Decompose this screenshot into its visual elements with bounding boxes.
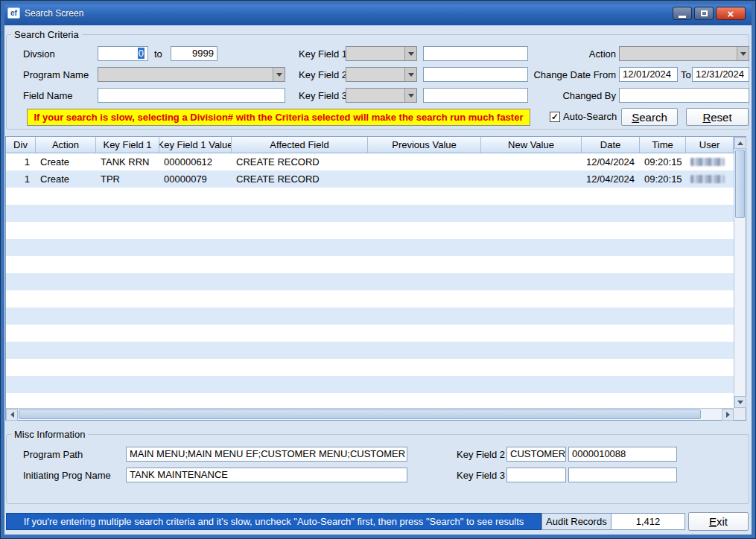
cell-action: Create [36, 170, 96, 188]
table-row-empty [6, 222, 734, 239]
initiating-prog-name-input[interactable]: TANK MAINTENANCE [126, 468, 407, 482]
horizontal-scrollbar[interactable] [6, 408, 734, 420]
key-field-1-select[interactable] [346, 46, 417, 61]
initiating-prog-name-label: Initiating Prog Name [23, 470, 111, 482]
scrollbar-corner [734, 408, 746, 420]
misc-key-field-3-input-1[interactable] [506, 468, 566, 482]
cell-div: 1 [6, 153, 36, 170]
maximize-button[interactable] [694, 7, 714, 20]
vertical-scrollbar[interactable] [734, 137, 746, 408]
table-row-empty [6, 205, 734, 222]
cell-key-field-1: TPR [96, 170, 159, 188]
horizontal-scrollbar-thumb[interactable] [19, 409, 701, 419]
chevron-down-icon [273, 68, 285, 81]
audit-results-grid: Div Action Key Field 1 Key Field 1 Value… [5, 136, 746, 421]
chevron-down-icon [404, 47, 416, 60]
col-header-div[interactable]: Div [6, 137, 36, 153]
maximize-icon [701, 10, 708, 16]
arrow-up-icon [737, 141, 743, 145]
scroll-left-button[interactable] [6, 409, 18, 421]
close-button[interactable]: × [716, 7, 746, 20]
table-row-empty [6, 325, 734, 342]
audit-records-label: Audit Records [541, 513, 612, 530]
cell-new-value [481, 153, 582, 170]
col-header-date[interactable]: Date [582, 137, 640, 153]
program-path-input[interactable]: MAIN MENU;MAIN MENU EF;CUSTOMER MENU;CUS… [126, 447, 407, 462]
col-header-new-value[interactable]: New Value [481, 137, 582, 153]
cell-user [686, 170, 734, 188]
chevron-down-icon [404, 68, 416, 81]
action-select[interactable] [619, 46, 749, 61]
table-row-empty [6, 376, 734, 393]
cell-affected-field: CREATE RECORD [232, 153, 368, 170]
field-name-label: Field Name [23, 90, 72, 102]
changed-by-input[interactable] [619, 88, 749, 103]
division-from-input[interactable]: 0 [98, 46, 148, 61]
table-row-empty [6, 393, 734, 408]
action-label: Action [477, 48, 616, 60]
table-row-empty [6, 359, 734, 376]
change-date-to-input[interactable]: 12/31/2024 [692, 67, 749, 82]
table-row-empty [6, 290, 734, 307]
scroll-up-button[interactable] [734, 137, 746, 149]
cell-new-value [481, 170, 582, 188]
key-field-2-select[interactable] [346, 67, 417, 82]
division-from-value: 0 [138, 48, 144, 59]
auto-search-label: Auto-Search [563, 111, 617, 123]
program-name-label: Program Name [23, 69, 89, 81]
table-row[interactable]: 1 Create TANK RRN 000000612 CREATE RECOR… [6, 153, 734, 170]
search-screen-window: ef Search Screen × Search Criteria Divsi… [0, 0, 756, 539]
cell-previous-value [368, 170, 481, 188]
cell-time: 09:20:15 [640, 153, 686, 170]
window-title: Search Screen [25, 8, 83, 19]
cell-key-field-1-value: 000000612 [159, 153, 232, 170]
auto-search-checkbox[interactable]: ✓ [550, 112, 560, 122]
misc-key-field-2-input-2[interactable]: 0000010088 [568, 447, 677, 462]
change-date-from-input[interactable]: 12/01/2024 [619, 67, 678, 82]
misc-key-field-2-input-1[interactable]: CUSTOMER [506, 447, 566, 462]
cell-key-field-1-value: 00000079 [159, 170, 232, 188]
program-name-select[interactable] [98, 67, 285, 82]
arrow-right-icon [726, 412, 730, 418]
col-header-user[interactable]: User [686, 137, 734, 153]
table-row[interactable]: 1 Create TPR 00000079 CREATE RECORD 12/0… [6, 170, 734, 188]
cell-action: Create [36, 153, 96, 170]
close-icon: × [728, 8, 734, 19]
misc-key-field-3-input-2[interactable] [568, 468, 677, 482]
titlebar: ef Search Screen × [1, 1, 755, 25]
app-icon: ef [7, 7, 20, 19]
key-field-3-label: Key Field 3 [299, 90, 347, 102]
field-name-input[interactable] [98, 88, 285, 103]
key-field-2-label: Key Field 2 [299, 69, 347, 81]
scroll-right-button[interactable] [722, 409, 734, 421]
search-button[interactable]: Search [621, 108, 678, 126]
cell-affected-field: CREATE RECORD [232, 170, 368, 188]
division-to-input[interactable]: 9999 [171, 46, 217, 61]
table-row-empty [6, 273, 734, 290]
table-row-empty [6, 256, 734, 273]
col-header-previous-value[interactable]: Previous Value [368, 137, 481, 153]
arrow-down-icon [737, 401, 743, 404]
reset-button[interactable]: Reset [686, 108, 749, 126]
program-path-label: Program Path [23, 449, 83, 461]
key-field-1-label: Key Field 1 [299, 48, 347, 60]
cell-div: 1 [6, 170, 36, 188]
misc-information-group-label: Misc Information [11, 429, 88, 440]
chevron-down-icon [404, 89, 416, 102]
scroll-down-button[interactable] [734, 396, 746, 408]
col-header-key-field-1[interactable]: Key Field 1 [96, 137, 159, 153]
table-row-empty [6, 342, 734, 359]
col-header-affected-field[interactable]: Affected Field [232, 137, 368, 153]
change-date-to-separator: To [681, 69, 691, 81]
key-field-3-select[interactable] [346, 88, 417, 103]
misc-key-field-2-label: Key Field 2 [457, 449, 505, 461]
minimize-button[interactable] [673, 7, 692, 20]
exit-button[interactable]: Exit [688, 512, 749, 531]
col-header-key-field-1-value[interactable]: Key Field 1 Value [159, 137, 232, 153]
table-row-empty [6, 188, 734, 205]
division-label: Divsion [23, 48, 55, 60]
col-header-action[interactable]: Action [36, 137, 96, 153]
col-header-time[interactable]: Time [640, 137, 686, 153]
chevron-down-icon [737, 47, 749, 60]
vertical-scrollbar-thumb[interactable] [735, 150, 745, 218]
